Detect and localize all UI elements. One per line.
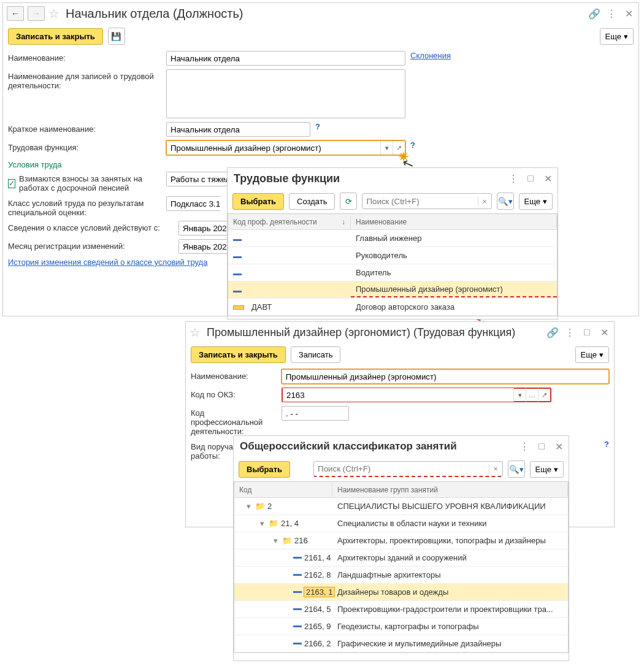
- work-type-label: Вид поручае работы:: [191, 440, 240, 461]
- window-title: Начальник отдела (Должность): [66, 7, 243, 21]
- fee-basis-combo[interactable]: [166, 172, 231, 186]
- more-icon[interactable]: …: [526, 388, 538, 402]
- titlebar: Трудовые функции ⋮ □ ✕: [228, 168, 558, 189]
- maximize-icon[interactable]: □: [581, 326, 593, 338]
- save-close-button[interactable]: Записать и закрыть: [8, 28, 103, 45]
- select-button[interactable]: Выбрать: [239, 461, 290, 478]
- short-name-label: Краткое наименование:: [8, 122, 161, 134]
- grid-row[interactable]: Промышленный дизайнер (эргономист): [228, 281, 557, 299]
- close-icon[interactable]: ✕: [598, 326, 610, 338]
- history-link[interactable]: История изменения сведений о классе усло…: [8, 258, 207, 267]
- save-close-button[interactable]: Записать и закрыть: [191, 346, 286, 363]
- maximize-icon[interactable]: □: [535, 440, 548, 453]
- name-input[interactable]: [282, 369, 609, 384]
- prof-code-label: Код профессиональной деятельности:: [191, 406, 277, 436]
- reg-month-combo[interactable]: [178, 239, 234, 254]
- activity-name-textarea[interactable]: [166, 69, 405, 118]
- info-date-combo[interactable]: [178, 221, 234, 235]
- toolbar: Записать и закрыть Записать Еще ▾: [186, 343, 614, 367]
- help-icon[interactable]: ?: [410, 140, 415, 150]
- okz-tree-grid: Код Наименование групп занятий ▾ 📁 2СПЕЦ…: [234, 481, 569, 653]
- tree-row[interactable]: 2165, 9Геодезисты, картографы и топограф…: [234, 618, 568, 635]
- open-icon[interactable]: ↗: [538, 388, 550, 402]
- okz-classifier-window: Общероссийский классификатор занятий ⋮ □…: [233, 435, 569, 661]
- create-button[interactable]: Создать: [289, 193, 335, 210]
- back-button[interactable]: ←: [7, 6, 24, 21]
- prof-code-input[interactable]: [282, 406, 349, 421]
- tree-row[interactable]: 2163, 1Дизайнеры товаров и одежды: [234, 584, 568, 601]
- tree-row[interactable]: ▾ 📁 216Архитекторы, проектировщики, топо…: [234, 532, 568, 549]
- select-button[interactable]: Выбрать: [232, 193, 284, 210]
- refresh-button[interactable]: ⟳: [340, 193, 357, 210]
- toolbar: Выбрать × 🔍▾ Еще ▾: [234, 457, 569, 481]
- titlebar: ← → ☆ Начальник отдела (Должность) 🔗 ⋮ ✕: [3, 3, 638, 24]
- search-button[interactable]: 🔍▾: [508, 461, 525, 478]
- toolbar: Записать и закрыть 💾 Еще ▾: [3, 24, 638, 48]
- close-icon[interactable]: ✕: [542, 172, 554, 185]
- search-box[interactable]: ×: [362, 193, 491, 209]
- short-name-input[interactable]: [166, 122, 310, 137]
- maximize-icon[interactable]: □: [524, 172, 537, 185]
- favorite-icon[interactable]: ☆: [190, 325, 201, 340]
- menu-icon[interactable]: ⋮: [507, 172, 519, 185]
- search-box[interactable]: ×: [313, 461, 502, 477]
- close-icon[interactable]: ✕: [623, 7, 635, 20]
- checkbox-checked-icon[interactable]: ✓: [8, 179, 15, 188]
- tree-row[interactable]: 2162, 8Ландшафтные архитекторы: [234, 567, 568, 584]
- open-icon[interactable]: ↗: [393, 141, 405, 155]
- info-date-label: Сведения о классе условий действуют с:: [8, 221, 174, 232]
- grid-row[interactable]: Водитель: [228, 264, 557, 281]
- name-label: Наименование:: [191, 369, 277, 381]
- grid-row[interactable]: ДАВТДоговор авторского заказа: [228, 299, 557, 316]
- more-button[interactable]: Еще ▾: [530, 461, 564, 478]
- grid-row[interactable]: Руководитель: [228, 247, 557, 264]
- window-title: Общероссийский классификатор занятий: [240, 440, 457, 453]
- menu-icon[interactable]: ⋮: [605, 7, 618, 20]
- link-icon[interactable]: 🔗: [546, 326, 559, 338]
- col-name[interactable]: Наименование групп занятий: [332, 483, 568, 497]
- help-icon[interactable]: ?: [604, 440, 609, 449]
- search-button[interactable]: 🔍▾: [497, 193, 514, 210]
- grid-row[interactable]: Главный инженер: [228, 230, 557, 247]
- labor-func-label: Трудовая функция:: [8, 140, 161, 152]
- search-input[interactable]: [314, 464, 488, 473]
- class-combo[interactable]: [166, 196, 221, 211]
- clear-icon[interactable]: ×: [489, 464, 502, 473]
- save-button[interactable]: Записать: [291, 346, 341, 363]
- tree-row[interactable]: ▾ 📁 2СПЕЦИАЛИСТЫ ВЫСШЕГО УРОВНЯ КВАЛИФИК…: [234, 498, 568, 515]
- more-button[interactable]: Еще ▾: [519, 193, 553, 210]
- more-button[interactable]: Еще ▾: [600, 28, 634, 45]
- tree-row[interactable]: 2166, 2Графические и мультимедийные диза…: [234, 635, 568, 652]
- close-icon[interactable]: ✕: [553, 440, 565, 453]
- labor-func-input[interactable]: [167, 141, 380, 155]
- okz-label: Код по ОКЗ:: [191, 388, 277, 399]
- help-icon[interactable]: ?: [315, 122, 320, 131]
- tree-row[interactable]: ▾ 📁 21, 4Специалисты в области науки и т…: [234, 515, 568, 532]
- clear-icon[interactable]: ×: [478, 197, 491, 206]
- col-code[interactable]: Код проф. деятельности ↓: [228, 215, 351, 229]
- link-icon[interactable]: 🔗: [588, 7, 600, 20]
- menu-icon[interactable]: ⋮: [518, 440, 531, 453]
- okz-combo[interactable]: ▾ … ↗: [282, 388, 551, 402]
- col-name[interactable]: Наименование: [351, 215, 557, 229]
- window-title: Промышленный дизайнер (эргономист) (Труд…: [207, 326, 515, 339]
- search-input[interactable]: [362, 197, 477, 206]
- okz-input[interactable]: [283, 388, 513, 402]
- name-input[interactable]: [166, 51, 405, 66]
- save-icon-button[interactable]: 💾: [108, 28, 125, 45]
- forward-button[interactable]: →: [28, 6, 45, 21]
- col-code[interactable]: Код: [234, 483, 332, 497]
- dropdown-icon[interactable]: ▾: [380, 141, 393, 155]
- dropdown-icon[interactable]: ▾: [513, 388, 526, 402]
- menu-icon[interactable]: ⋮: [564, 326, 576, 338]
- window-title: Трудовые функции: [234, 172, 340, 185]
- tree-row[interactable]: 2164, 5Проектировщики-градостроители и п…: [234, 601, 568, 618]
- labor-func-combo[interactable]: ▾ ↗: [166, 140, 405, 155]
- titlebar: Общероссийский классификатор занятий ⋮ □…: [234, 436, 569, 457]
- more-button[interactable]: Еще ▾: [575, 346, 609, 363]
- labor-functions-window: Трудовые функции ⋮ □ ✕ Выбрать Создать ⟳…: [227, 167, 558, 319]
- tree-row[interactable]: 2161, 4Архитекторы зданий и сооружений: [234, 549, 568, 567]
- favorite-icon[interactable]: ☆: [48, 6, 59, 21]
- declensions-link[interactable]: Склонения: [410, 51, 451, 60]
- fee-checkbox-row[interactable]: ✓ Взимаются взносы за занятых на работах…: [8, 172, 161, 193]
